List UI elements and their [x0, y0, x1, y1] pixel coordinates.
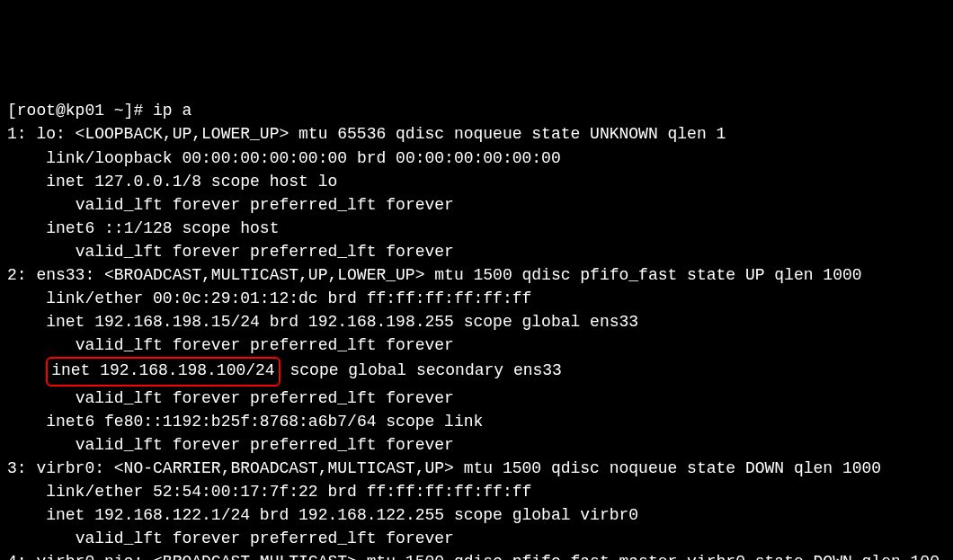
output-line: valid_lft forever preferred_lft forever: [7, 333, 946, 357]
output-line-highlight: inet 192.168.198.100/24 scope global sec…: [7, 357, 946, 386]
output-text: scope global secondary ens33: [281, 361, 562, 379]
prompt-line[interactable]: [root@kp01 ~]# ip a: [7, 99, 946, 122]
output-line: valid_lft forever preferred_lft forever: [7, 387, 946, 410]
output-line: 2: ens33: <BROADCAST,MULTICAST,UP,LOWER_…: [7, 263, 946, 287]
output-line: 1: lo: <LOOPBACK,UP,LOWER_UP> mtu 65536 …: [7, 122, 946, 146]
output-line: link/loopback 00:00:00:00:00:00 brd 00:0…: [7, 147, 946, 170]
output-line: inet 192.168.198.15/24 brd 192.168.198.2…: [7, 310, 946, 333]
output-line: valid_lft forever preferred_lft forever: [7, 433, 946, 457]
shell-prompt: [root@kp01 ~]#: [7, 102, 153, 120]
output-line: 4: virbr0-nic: <BROADCAST,MULTICAST> mtu…: [7, 550, 946, 560]
output-line: inet 192.168.122.1/24 brd 192.168.122.25…: [7, 503, 946, 527]
output-line: valid_lft forever preferred_lft forever: [7, 240, 946, 263]
highlighted-ip: inet 192.168.198.100/24: [46, 357, 280, 386]
output-line: inet6 ::1/128 scope host: [7, 217, 946, 240]
output-line: valid_lft forever preferred_lft forever: [7, 193, 946, 217]
output-line: link/ether 52:54:00:17:7f:22 brd ff:ff:f…: [7, 480, 946, 503]
indent: [7, 361, 46, 379]
output-line: inet6 fe80::1192:b25f:8768:a6b7/64 scope…: [7, 410, 946, 433]
output-line: inet 127.0.0.1/8 scope host lo: [7, 170, 946, 193]
output-line: 3: virbr0: <NO-CARRIER,BROADCAST,MULTICA…: [7, 457, 946, 480]
output-line: valid_lft forever preferred_lft forever: [7, 527, 946, 550]
output-line: link/ether 00:0c:29:01:12:dc brd ff:ff:f…: [7, 287, 946, 310]
command-text: ip a: [153, 102, 191, 120]
